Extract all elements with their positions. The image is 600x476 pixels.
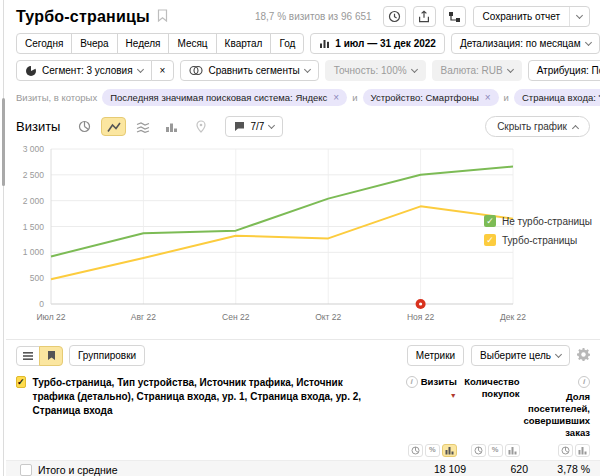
attribution-dropdown[interactable]: Атрибуция: Последний значимый переход КЦ [528, 60, 600, 81]
metric-column-label: Доля посетителей, совершивших заказ [524, 391, 591, 439]
legend-checkbox[interactable]: ✓ [484, 215, 496, 227]
metric-column-header[interactable]: iДоля посетителей, совершивших заказ [524, 376, 591, 439]
chevron-down-icon [584, 38, 591, 45]
settings-gear-icon[interactable] [577, 347, 590, 365]
save-report-split-button: Сохранить отчет [473, 6, 590, 27]
pie-icon [474, 446, 483, 455]
segment-dropdown[interactable]: Сегмент: 3 условия [16, 60, 152, 81]
hide-chart-button[interactable]: Скрыть график [485, 116, 590, 137]
period-button-5[interactable]: Год [270, 33, 304, 54]
metric-column-headers: iВизиты▼%Количество покупок%iДоля посети… [394, 376, 590, 460]
chevron-down-icon [411, 65, 418, 72]
series-line [51, 206, 513, 279]
chevron-down-icon [507, 65, 514, 72]
period-button-2[interactable]: Неделя [117, 33, 170, 54]
chevron-down-icon [304, 65, 311, 72]
metric-column-header[interactable]: iВизиты▼ [398, 376, 457, 401]
chart-type-map-button[interactable] [188, 117, 213, 136]
column-display-toggles: % [408, 439, 457, 460]
api-button[interactable] [443, 6, 466, 27]
mini-bar-toggle[interactable] [505, 444, 520, 457]
comments-dropdown[interactable]: 7/7 [225, 116, 283, 137]
metric-column-label: Количество покупок [461, 376, 520, 400]
view-tree-button[interactable] [39, 346, 63, 366]
filter-chip[interactable]: Устройство: Смартфоны× [363, 89, 499, 106]
chip-close-icon[interactable]: × [333, 93, 339, 103]
mini-pie-toggle[interactable] [471, 444, 486, 457]
row-label-cell: Итого и средние [6, 464, 404, 476]
view-list-button[interactable] [16, 346, 40, 366]
period-button-group: СегодняВчераНеделяМесяцКварталГод [16, 33, 304, 54]
mini-percent-toggle[interactable]: % [425, 444, 440, 457]
chevron-down-icon [576, 11, 583, 18]
row-checkbox[interactable] [20, 464, 32, 476]
export-button[interactable] [413, 6, 436, 27]
legend-item[interactable]: ✓Турбо-страницы [484, 234, 592, 246]
compare-segments-dropdown[interactable]: Сравнить сегменты [180, 60, 318, 81]
legend-label: Не турбо-страницы [502, 216, 592, 227]
period-button-4[interactable]: Квартал [216, 33, 272, 54]
metric-column-header[interactable]: Количество покупок [461, 376, 520, 400]
flag-view-icon [46, 350, 57, 361]
comment-bubble-icon [234, 121, 245, 132]
map-pin-icon [195, 120, 207, 133]
page-title: Турбо-страницы [16, 8, 150, 26]
table-head: ✓ Турбо-страница, Тип устройства, Источн… [6, 371, 600, 460]
info-icon[interactable]: i [406, 376, 418, 388]
clear-segment-button[interactable]: × [151, 60, 175, 81]
filter-prefix-label: Визиты, в которых [16, 92, 97, 103]
pie-chart-icon [78, 120, 91, 133]
save-report-button[interactable]: Сохранить отчет [474, 7, 570, 26]
svg-text:Сен 22: Сен 22 [222, 312, 250, 322]
detalization-dropdown[interactable]: Детализация: по месяцам [451, 33, 600, 54]
chart-type-line-button[interactable] [101, 117, 126, 136]
filter-chip[interactable]: Последняя значимая поисковая система: Ян… [102, 89, 347, 106]
metric-column-0: iВизиты▼% [394, 376, 457, 460]
filter-chip[interactable]: Страница входа: "product/product"× [514, 89, 600, 106]
chart-type-area-button[interactable] [130, 117, 155, 136]
detalization-label: Детализация: по месяцам [460, 38, 581, 49]
comments-count-label: 7/7 [250, 121, 264, 132]
chart-metric-label: Визиты [16, 119, 60, 134]
history-button[interactable] [383, 6, 406, 27]
sort-desc-icon[interactable]: ▼ [450, 392, 457, 401]
mini-percent-toggle[interactable]: % [488, 444, 503, 457]
svg-text:Окт 22: Окт 22 [315, 312, 341, 322]
left-scrollbar-thumb[interactable] [2, 98, 5, 186]
hide-chart-label: Скрыть график [497, 121, 567, 132]
period-button-3[interactable]: Месяц [168, 33, 216, 54]
pie-icon [411, 446, 420, 455]
chip-close-icon[interactable]: × [485, 93, 491, 103]
period-button-1[interactable]: Вчера [71, 33, 117, 54]
date-range-label: 1 июл — 31 дек 2022 [335, 38, 436, 49]
groupings-checkbox[interactable]: ✓ [16, 376, 26, 388]
export-icon [418, 10, 430, 23]
filter-joiner-label: и [352, 92, 357, 103]
legend-checkbox[interactable]: ✓ [484, 234, 496, 246]
accuracy-dropdown[interactable]: Точность: 100% [325, 60, 426, 81]
legend-item[interactable]: ✓Не турбо-страницы [484, 215, 592, 227]
save-report-menu-button[interactable] [570, 7, 589, 26]
metrics-button[interactable]: Метрики [407, 345, 464, 366]
groupings-button[interactable]: Группировки [69, 345, 145, 366]
metric-column-label: Визиты [421, 376, 457, 388]
date-range-button[interactable]: 1 июл — 31 дек 2022 [310, 33, 445, 54]
value-number: 18 109 [434, 464, 466, 476]
table-toolbar: Группировки Метрики Выберите цель [6, 339, 600, 371]
groupings-line: ✓ Турбо-страница, Тип устройства, Источн… [16, 376, 394, 460]
mini-pie-toggle[interactable] [408, 444, 423, 457]
info-icon[interactable]: i [578, 376, 590, 388]
period-button-0[interactable]: Сегодня [16, 33, 72, 54]
chart-type-columns-button[interactable] [159, 117, 184, 136]
mini-bar-toggle[interactable] [442, 444, 457, 457]
goal-select-dropdown[interactable]: Выберите цель [471, 345, 570, 366]
mini-bar-toggle[interactable] [575, 444, 590, 457]
mini-pie-toggle[interactable] [558, 444, 573, 457]
table-row[interactable]: Итого и средние18 1096203,78 % [6, 460, 600, 476]
report-table-rows: Итого и средние18 1096203,78 %+✓Не турбо… [6, 460, 600, 476]
bar-icon [508, 446, 517, 455]
bookmark-icon[interactable] [157, 8, 168, 26]
chart-type-pie-button[interactable] [72, 117, 97, 136]
chevron-down-icon [268, 121, 275, 128]
currency-dropdown[interactable]: Валюта: RUB [432, 60, 522, 81]
